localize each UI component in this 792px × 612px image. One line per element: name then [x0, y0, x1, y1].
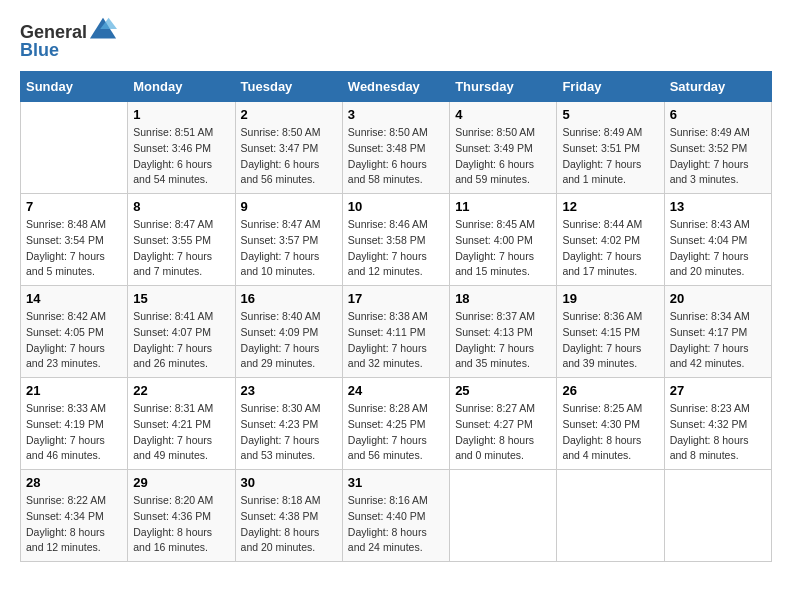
calendar-cell	[664, 470, 771, 562]
day-info: Sunrise: 8:47 AMSunset: 3:57 PMDaylight:…	[241, 217, 337, 280]
calendar-cell: 19Sunrise: 8:36 AMSunset: 4:15 PMDayligh…	[557, 286, 664, 378]
day-info: Sunrise: 8:43 AMSunset: 4:04 PMDaylight:…	[670, 217, 766, 280]
day-info: Sunrise: 8:50 AMSunset: 3:49 PMDaylight:…	[455, 125, 551, 188]
calendar-table: SundayMondayTuesdayWednesdayThursdayFrid…	[20, 71, 772, 562]
day-number: 1	[133, 107, 229, 122]
day-info: Sunrise: 8:42 AMSunset: 4:05 PMDaylight:…	[26, 309, 122, 372]
day-number: 14	[26, 291, 122, 306]
calendar-cell: 24Sunrise: 8:28 AMSunset: 4:25 PMDayligh…	[342, 378, 449, 470]
calendar-cell: 23Sunrise: 8:30 AMSunset: 4:23 PMDayligh…	[235, 378, 342, 470]
logo-icon	[89, 16, 117, 44]
day-number: 9	[241, 199, 337, 214]
calendar-week-row: 1Sunrise: 8:51 AMSunset: 3:46 PMDaylight…	[21, 102, 772, 194]
calendar-cell: 3Sunrise: 8:50 AMSunset: 3:48 PMDaylight…	[342, 102, 449, 194]
day-info: Sunrise: 8:36 AMSunset: 4:15 PMDaylight:…	[562, 309, 658, 372]
calendar-cell: 1Sunrise: 8:51 AMSunset: 3:46 PMDaylight…	[128, 102, 235, 194]
day-info: Sunrise: 8:33 AMSunset: 4:19 PMDaylight:…	[26, 401, 122, 464]
calendar-week-row: 28Sunrise: 8:22 AMSunset: 4:34 PMDayligh…	[21, 470, 772, 562]
day-number: 2	[241, 107, 337, 122]
day-number: 18	[455, 291, 551, 306]
calendar-cell: 11Sunrise: 8:45 AMSunset: 4:00 PMDayligh…	[450, 194, 557, 286]
day-of-week-header: Saturday	[664, 72, 771, 102]
day-number: 24	[348, 383, 444, 398]
day-info: Sunrise: 8:38 AMSunset: 4:11 PMDaylight:…	[348, 309, 444, 372]
calendar-cell: 29Sunrise: 8:20 AMSunset: 4:36 PMDayligh…	[128, 470, 235, 562]
day-info: Sunrise: 8:18 AMSunset: 4:38 PMDaylight:…	[241, 493, 337, 556]
day-of-week-header: Sunday	[21, 72, 128, 102]
calendar-cell: 10Sunrise: 8:46 AMSunset: 3:58 PMDayligh…	[342, 194, 449, 286]
calendar-cell: 20Sunrise: 8:34 AMSunset: 4:17 PMDayligh…	[664, 286, 771, 378]
calendar-cell: 13Sunrise: 8:43 AMSunset: 4:04 PMDayligh…	[664, 194, 771, 286]
calendar-cell: 26Sunrise: 8:25 AMSunset: 4:30 PMDayligh…	[557, 378, 664, 470]
day-info: Sunrise: 8:48 AMSunset: 3:54 PMDaylight:…	[26, 217, 122, 280]
calendar-cell: 17Sunrise: 8:38 AMSunset: 4:11 PMDayligh…	[342, 286, 449, 378]
day-number: 28	[26, 475, 122, 490]
day-number: 7	[26, 199, 122, 214]
day-number: 16	[241, 291, 337, 306]
calendar-week-row: 21Sunrise: 8:33 AMSunset: 4:19 PMDayligh…	[21, 378, 772, 470]
day-info: Sunrise: 8:22 AMSunset: 4:34 PMDaylight:…	[26, 493, 122, 556]
day-number: 23	[241, 383, 337, 398]
day-info: Sunrise: 8:23 AMSunset: 4:32 PMDaylight:…	[670, 401, 766, 464]
day-number: 10	[348, 199, 444, 214]
day-number: 21	[26, 383, 122, 398]
page-header: General Blue	[20, 20, 772, 61]
day-of-week-header: Thursday	[450, 72, 557, 102]
day-info: Sunrise: 8:20 AMSunset: 4:36 PMDaylight:…	[133, 493, 229, 556]
day-of-week-header: Friday	[557, 72, 664, 102]
day-number: 31	[348, 475, 444, 490]
day-number: 3	[348, 107, 444, 122]
day-number: 29	[133, 475, 229, 490]
day-info: Sunrise: 8:16 AMSunset: 4:40 PMDaylight:…	[348, 493, 444, 556]
day-info: Sunrise: 8:47 AMSunset: 3:55 PMDaylight:…	[133, 217, 229, 280]
calendar-week-row: 14Sunrise: 8:42 AMSunset: 4:05 PMDayligh…	[21, 286, 772, 378]
day-info: Sunrise: 8:27 AMSunset: 4:27 PMDaylight:…	[455, 401, 551, 464]
day-number: 30	[241, 475, 337, 490]
day-of-week-header: Tuesday	[235, 72, 342, 102]
day-info: Sunrise: 8:41 AMSunset: 4:07 PMDaylight:…	[133, 309, 229, 372]
calendar-cell: 28Sunrise: 8:22 AMSunset: 4:34 PMDayligh…	[21, 470, 128, 562]
day-info: Sunrise: 8:31 AMSunset: 4:21 PMDaylight:…	[133, 401, 229, 464]
day-info: Sunrise: 8:30 AMSunset: 4:23 PMDaylight:…	[241, 401, 337, 464]
calendar-cell: 31Sunrise: 8:16 AMSunset: 4:40 PMDayligh…	[342, 470, 449, 562]
day-number: 20	[670, 291, 766, 306]
day-info: Sunrise: 8:44 AMSunset: 4:02 PMDaylight:…	[562, 217, 658, 280]
day-of-week-header: Wednesday	[342, 72, 449, 102]
day-number: 8	[133, 199, 229, 214]
day-info: Sunrise: 8:34 AMSunset: 4:17 PMDaylight:…	[670, 309, 766, 372]
day-info: Sunrise: 8:46 AMSunset: 3:58 PMDaylight:…	[348, 217, 444, 280]
day-number: 17	[348, 291, 444, 306]
day-number: 11	[455, 199, 551, 214]
day-number: 19	[562, 291, 658, 306]
calendar-cell: 18Sunrise: 8:37 AMSunset: 4:13 PMDayligh…	[450, 286, 557, 378]
calendar-cell: 8Sunrise: 8:47 AMSunset: 3:55 PMDaylight…	[128, 194, 235, 286]
day-info: Sunrise: 8:49 AMSunset: 3:51 PMDaylight:…	[562, 125, 658, 188]
calendar-cell: 25Sunrise: 8:27 AMSunset: 4:27 PMDayligh…	[450, 378, 557, 470]
day-info: Sunrise: 8:40 AMSunset: 4:09 PMDaylight:…	[241, 309, 337, 372]
calendar-cell: 16Sunrise: 8:40 AMSunset: 4:09 PMDayligh…	[235, 286, 342, 378]
day-number: 5	[562, 107, 658, 122]
calendar-cell: 7Sunrise: 8:48 AMSunset: 3:54 PMDaylight…	[21, 194, 128, 286]
day-number: 13	[670, 199, 766, 214]
day-info: Sunrise: 8:25 AMSunset: 4:30 PMDaylight:…	[562, 401, 658, 464]
calendar-cell: 2Sunrise: 8:50 AMSunset: 3:47 PMDaylight…	[235, 102, 342, 194]
calendar-cell: 9Sunrise: 8:47 AMSunset: 3:57 PMDaylight…	[235, 194, 342, 286]
day-number: 25	[455, 383, 551, 398]
day-number: 27	[670, 383, 766, 398]
logo-blue: Blue	[20, 40, 59, 61]
day-info: Sunrise: 8:28 AMSunset: 4:25 PMDaylight:…	[348, 401, 444, 464]
day-number: 12	[562, 199, 658, 214]
calendar-cell	[557, 470, 664, 562]
calendar-body: 1Sunrise: 8:51 AMSunset: 3:46 PMDaylight…	[21, 102, 772, 562]
day-info: Sunrise: 8:50 AMSunset: 3:47 PMDaylight:…	[241, 125, 337, 188]
calendar-week-row: 7Sunrise: 8:48 AMSunset: 3:54 PMDaylight…	[21, 194, 772, 286]
calendar-cell: 12Sunrise: 8:44 AMSunset: 4:02 PMDayligh…	[557, 194, 664, 286]
day-info: Sunrise: 8:49 AMSunset: 3:52 PMDaylight:…	[670, 125, 766, 188]
calendar-cell: 27Sunrise: 8:23 AMSunset: 4:32 PMDayligh…	[664, 378, 771, 470]
calendar-cell	[450, 470, 557, 562]
days-of-week-row: SundayMondayTuesdayWednesdayThursdayFrid…	[21, 72, 772, 102]
day-info: Sunrise: 8:51 AMSunset: 3:46 PMDaylight:…	[133, 125, 229, 188]
calendar-cell: 14Sunrise: 8:42 AMSunset: 4:05 PMDayligh…	[21, 286, 128, 378]
day-number: 6	[670, 107, 766, 122]
calendar-cell: 22Sunrise: 8:31 AMSunset: 4:21 PMDayligh…	[128, 378, 235, 470]
